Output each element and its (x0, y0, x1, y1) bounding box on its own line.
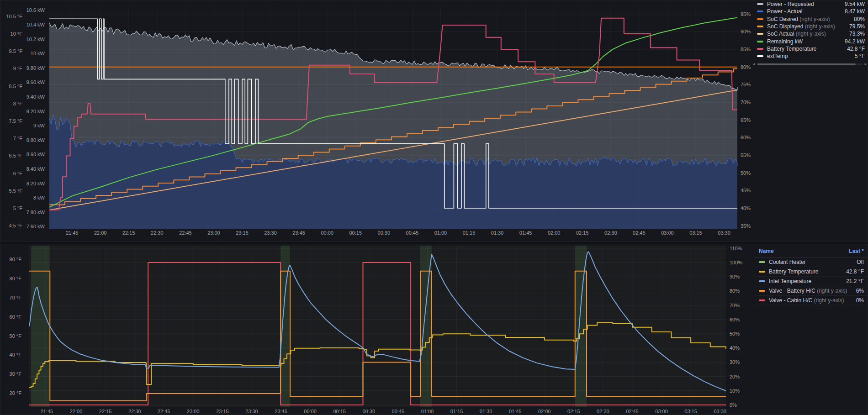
series-color-swatch (757, 26, 763, 27)
legend-item-valve-cabin-h-c[interactable]: Valve - Cabin H/C (right y-axis)0% (754, 296, 868, 305)
y-axis-pct-tick: 60% (730, 317, 740, 322)
series-label[interactable]: Valve - Battery H/C (right y-axis) (769, 288, 856, 294)
series-label[interactable]: Battery Temperature (767, 46, 844, 52)
charging-chart[interactable] (0, 0, 868, 242)
y-axis-kw-tick: 8.80 kW (24, 137, 45, 143)
plot-background (29, 246, 726, 407)
x-axis-time-tick: 23:45 (275, 409, 287, 414)
series-last-value: 79.5% (849, 23, 865, 30)
axis-hint: (right y-axis) (794, 31, 826, 37)
series-last-value: 21.2 °F (846, 278, 864, 284)
y-axis-pct-tick: 30% (730, 359, 740, 365)
y-axis-pct-tick: 80% (741, 64, 751, 70)
scroll-left-icon[interactable]: ◄ (752, 62, 756, 67)
series-label[interactable]: Inlet Temperature (769, 278, 846, 284)
legend-header-name[interactable]: Name (759, 248, 774, 254)
x-axis-time-tick: 22:45 (179, 230, 192, 236)
series-label[interactable]: Remaining kW (767, 38, 842, 45)
legend-item-exttemp[interactable]: extTemp5 °F (753, 53, 868, 60)
y-axis-f-tick: 5.5 °F (0, 188, 22, 194)
legend-item-soc-actual[interactable]: SoC Actual (right y-axis)73.3% (753, 30, 868, 37)
y-axis-pct-tick: 90% (730, 274, 740, 279)
x-axis-time-tick: 02:45 (633, 230, 646, 236)
charging-legend: Power - Requested9.54 kWPower - Actual8.… (753, 0, 868, 60)
x-axis-time-tick: 02:15 (576, 230, 589, 236)
series-label[interactable]: SoC Desired (right y-axis) (767, 16, 851, 22)
x-axis-time-tick: 22:15 (99, 409, 112, 414)
y-axis-pct-tick: 50% (730, 331, 740, 336)
series-color-swatch (757, 3, 763, 5)
y-axis-f-tick: 30 °F (0, 371, 21, 377)
series-label[interactable]: SoC Actual (right y-axis) (767, 31, 847, 37)
x-axis-time-tick: 01:45 (509, 409, 522, 414)
y-axis-pct-tick: 70% (741, 100, 751, 105)
panel-thermal: 90 °F80 °F70 °F60 °F50 °F40 °F30 °F20 °F… (0, 244, 868, 415)
series-label[interactable]: Power - Requested (767, 1, 842, 7)
y-axis-f-tick: 10 °F (0, 31, 22, 37)
series-color-swatch (759, 261, 765, 263)
legend-item-battery-temperature[interactable]: Battery Temperature42.8 °F (753, 45, 868, 53)
x-axis-time-tick: 00:15 (333, 409, 346, 414)
legend-item-remaining-kw[interactable]: Remaining kW94.2 kW (753, 37, 868, 45)
y-axis-pct-tick: 80% (730, 288, 740, 294)
y-axis-f-tick: 90 °F (0, 257, 21, 262)
y-axis-f-tick: 40 °F (0, 352, 21, 357)
legend-item-soc-desired[interactable]: SoC Desired (right y-axis)80% (753, 16, 868, 23)
y-axis-kw-tick: 9.20 kW (24, 109, 45, 114)
series-color-swatch (757, 41, 763, 42)
x-axis-time-tick: 02:30 (597, 409, 609, 414)
x-axis-time-tick: 23:00 (187, 409, 200, 414)
axis-hint: (right y-axis) (803, 23, 835, 30)
legend-item-power-actual[interactable]: Power - Actual8.47 kW (753, 8, 868, 15)
y-axis-pct-tick: 95% (741, 11, 751, 17)
legend-item-soc-displayed[interactable]: SoC Displayed (right y-axis)79.5% (753, 23, 868, 30)
x-axis-time-tick: 22:45 (158, 409, 170, 414)
y-axis-kw-tick: 7.60 kW (24, 224, 45, 229)
series-label[interactable]: Coolant Heater (769, 259, 857, 265)
series-last-value: 9.54 kW (845, 1, 865, 7)
y-axis-pct-tick: 65% (741, 117, 751, 123)
series-label[interactable]: Power - Actual (767, 8, 842, 15)
legend-header-last[interactable]: Last * (849, 248, 864, 254)
series-last-value: 5 °F (855, 53, 865, 59)
y-axis-f-tick: 5 °F (0, 205, 22, 211)
y-axis-f-tick: 20 °F (0, 390, 21, 396)
y-axis-pct-tick: 50% (741, 170, 751, 176)
legend-item-inlet-temperature[interactable]: Inlet Temperature21.2 °F (754, 277, 868, 286)
legend-item-valve-battery-h-c[interactable]: Valve - Battery H/C (right y-axis)6% (754, 286, 868, 296)
x-axis-time-tick: 23:30 (245, 409, 258, 414)
x-axis-time-tick: 01:30 (480, 409, 492, 414)
series-color-swatch (757, 11, 763, 12)
y-axis-pct-tick: 55% (741, 152, 751, 158)
series-label[interactable]: extTemp (767, 53, 852, 59)
y-axis-pct-tick: 40% (741, 205, 751, 211)
y-axis-f-tick: 8.5 °F (0, 84, 22, 89)
legend-item-power-requested[interactable]: Power - Requested9.54 kW (753, 0, 868, 8)
scrollbar-thumb[interactable] (757, 63, 856, 65)
series-label[interactable]: Valve - Cabin H/C (right y-axis) (769, 297, 856, 304)
y-axis-f-tick: 6 °F (0, 171, 22, 176)
series-label[interactable]: Battery Temperature (769, 268, 846, 275)
x-axis-time-tick: 23:15 (236, 230, 249, 236)
x-axis-time-tick: 23:00 (207, 230, 220, 236)
legend-scrollbar[interactable]: ◄ ► (752, 62, 868, 67)
x-axis-time-tick: 22:15 (122, 230, 135, 236)
x-axis-time-tick: 02:15 (567, 409, 580, 414)
scroll-right-icon[interactable]: ► (864, 62, 868, 67)
y-axis-pct-tick: 20% (730, 374, 740, 379)
x-axis-time-tick: 00:45 (392, 409, 405, 414)
series-last-value: Off (857, 259, 864, 265)
legend-item-coolant-heater[interactable]: Coolant HeaterOff (754, 257, 868, 267)
axis-hint: (right y-axis) (815, 288, 847, 294)
y-axis-kw-tick: 8.40 kW (24, 166, 45, 172)
series-color-swatch (759, 280, 765, 282)
axis-hint: (right y-axis) (812, 297, 844, 304)
y-axis-pct-tick: 90% (741, 29, 751, 34)
x-axis-time-tick: 22:00 (94, 230, 107, 236)
y-axis-f-tick: 7 °F (0, 136, 22, 141)
y-axis-pct-tick: 0% (730, 402, 737, 408)
series-color-swatch (757, 48, 763, 50)
series-label[interactable]: SoC Displayed (right y-axis) (767, 23, 847, 30)
legend-item-battery-temperature[interactable]: Battery Temperature42.8 °F (754, 267, 868, 277)
x-axis-time-tick: 03:00 (661, 230, 674, 236)
